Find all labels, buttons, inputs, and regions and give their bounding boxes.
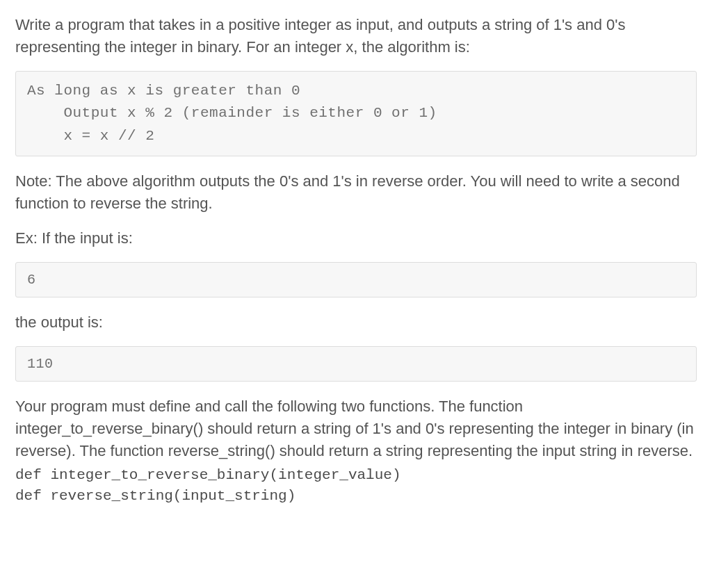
example-input-codeblock: 6 [15,262,697,297]
example-output-codeblock: 110 [15,346,697,382]
instructions-paragraph: Your program must define and call the fo… [15,395,697,462]
example-output-label: the output is: [15,311,697,334]
algorithm-codeblock: As long as x is greater than 0 Output x … [15,71,697,157]
signature-2: def reverse_string(input_string) [15,486,697,507]
signature-1: def integer_to_reverse_binary(integer_va… [15,465,697,486]
note-paragraph: Note: The above algorithm outputs the 0'… [15,170,697,215]
example-input-label: Ex: If the input is: [15,227,697,250]
intro-paragraph: Write a program that takes in a positive… [15,14,697,58]
